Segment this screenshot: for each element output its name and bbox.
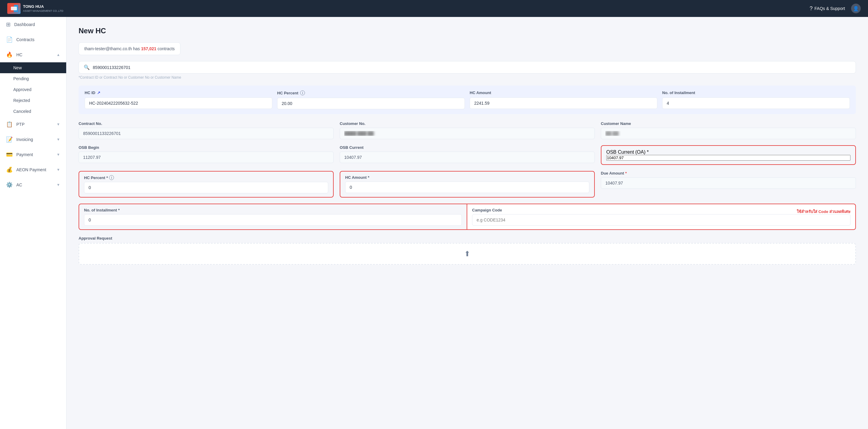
faq-button[interactable]: ? FAQs & Support	[810, 5, 845, 12]
customer-no-group: Customer No.	[340, 121, 595, 139]
chevron-down-icon-ac: ▼	[57, 183, 60, 187]
sidebar-label-invoicing: Invoicing	[16, 137, 53, 142]
campaign-code-input[interactable]	[472, 214, 850, 226]
upload-box[interactable]: ⬆	[79, 243, 856, 265]
hc-icon: 🔥	[6, 51, 13, 58]
sidebar: ⊞ Dashboard 📄 Contracts 🔥 HC ▲ New Pendi…	[0, 17, 66, 429]
osb-current-oa-input[interactable]	[606, 155, 850, 161]
navbar: TONG HUA ASSET MANAGEMENT CO.,LTD ? FAQs…	[0, 0, 868, 17]
sidebar-sub-item-canceled[interactable]: Canceled	[0, 106, 66, 117]
customer-no-label: Customer No.	[340, 121, 595, 126]
contract-no-label: Contract No.	[79, 121, 334, 126]
sidebar-item-ptp[interactable]: 📋 PTP ▼	[0, 117, 66, 132]
sidebar-sub-item-rejected[interactable]: Rejected	[0, 95, 66, 106]
no-installment-label: No. of Installment	[662, 90, 850, 95]
no-installment-col: No. of Installment 4	[662, 90, 850, 109]
campaign-code-label: Campaign Code	[472, 208, 850, 212]
svg-rect-2	[11, 7, 17, 10]
logo-icon	[7, 3, 21, 14]
form-row-1: Contract No. Customer No. Customer Name	[79, 121, 856, 139]
banner-email: tham-tester@thamc.co.th	[84, 46, 132, 51]
page-title: New HC	[79, 27, 856, 35]
sidebar-item-payment[interactable]: 💳 Payment ▼	[0, 147, 66, 162]
contract-no-input[interactable]	[79, 128, 334, 139]
chevron-down-icon-ptp: ▼	[57, 122, 60, 126]
sidebar-label-ac: AC	[16, 182, 53, 187]
main-content: New HC tham-tester@thamc.co.th has 157,0…	[66, 17, 868, 429]
ac-icon: ⚙️	[6, 181, 13, 188]
sidebar-sub-label-approved: Approved	[13, 87, 31, 92]
osb-begin-label: OSB Begin	[79, 145, 334, 150]
form-row-3: HC Percent * i HC Amount * Due Amount *	[79, 171, 856, 198]
campaign-tooltip: ใช้สำหรับใส่ Code ส่วนลดพิเศษ	[797, 208, 850, 215]
sidebar-sub-label-rejected: Rejected	[13, 98, 30, 103]
hc-id-label: HC ID ↗	[85, 90, 272, 95]
hc-table: HC ID ↗ HC-20240422205632-522 HC Percent…	[79, 86, 856, 114]
hc-percent-input[interactable]	[84, 182, 328, 193]
navbar-right: ? FAQs & Support 👤	[810, 4, 861, 13]
chevron-up-icon: ▲	[57, 53, 60, 57]
payment-icon: 💳	[6, 151, 13, 158]
sidebar-item-hc[interactable]: 🔥 HC ▲	[0, 47, 66, 62]
search-hint: *Contract ID or Contract No or Customer …	[79, 75, 856, 80]
approval-request-label: Approval Request	[79, 236, 856, 240]
hc-percent-field-label: HC Percent * i	[84, 175, 328, 180]
dashboard-icon: ⊞	[6, 21, 10, 28]
sidebar-sub-item-new[interactable]: New	[0, 62, 66, 73]
sidebar-sub-item-pending[interactable]: Pending	[0, 73, 66, 84]
sidebar-label-dashboard: Dashboard	[14, 22, 60, 27]
osb-current-oa-group: OSB Current (OA) *	[601, 145, 856, 165]
due-amount-group: Due Amount *	[601, 171, 856, 198]
ptp-icon: 📋	[6, 121, 13, 128]
info-banner: tham-tester@thamc.co.th has 157,021 cont…	[79, 42, 180, 55]
contract-no-group: Contract No.	[79, 121, 334, 139]
customer-name-input	[601, 128, 856, 139]
chevron-down-icon-invoicing: ▼	[57, 137, 60, 142]
avatar-icon: 👤	[853, 6, 859, 11]
sidebar-item-ac[interactable]: ⚙️ AC ▼	[0, 177, 66, 193]
user-avatar[interactable]: 👤	[851, 4, 861, 13]
osb-current-input	[340, 151, 595, 163]
aeon-payment-icon: 💰	[6, 166, 13, 173]
customer-name-label: Customer Name	[601, 121, 856, 126]
approval-section: Approval Request ⬆	[79, 236, 856, 265]
no-installment-input[interactable]	[84, 214, 462, 226]
banner-contracts-text: contracts	[157, 46, 175, 51]
sidebar-label-hc: HC	[16, 52, 53, 57]
sidebar-label-payment: Payment	[16, 152, 53, 157]
osb-begin-group: OSB Begin	[79, 145, 334, 165]
due-amount-input	[601, 177, 856, 189]
sidebar-item-aeon-payment[interactable]: 💰 AEON Payment ▼	[0, 162, 66, 177]
osb-current-label: OSB Current	[340, 145, 595, 150]
hc-amount-field-label: HC Amount *	[345, 175, 589, 180]
invoicing-icon: 📝	[6, 136, 13, 143]
chevron-down-icon-payment: ▼	[57, 152, 60, 157]
osb-begin-input	[79, 151, 334, 163]
search-input[interactable]	[93, 65, 851, 70]
hc-amount-value: 2241.59	[470, 97, 657, 109]
osb-oa-required: *	[647, 149, 649, 154]
sidebar-sub-item-approved[interactable]: Approved	[0, 84, 66, 95]
hc-percent-group: HC Percent * i	[79, 171, 334, 198]
hc-amount-label: HC Amount	[470, 90, 657, 95]
external-link-icon[interactable]: ↗	[97, 90, 100, 95]
sidebar-label-contracts: Contracts	[16, 37, 60, 42]
hc-percent-label: HC Percent i	[277, 90, 465, 95]
contracts-icon: 📄	[6, 36, 13, 43]
hc-id-col: HC ID ↗ HC-20240422205632-522	[85, 90, 272, 109]
form-row-4: No. of Installment * Campaign Code ใช้สำ…	[79, 204, 856, 230]
osb-current-group: OSB Current	[340, 145, 595, 165]
chevron-down-icon-aeon: ▼	[57, 168, 60, 172]
hc-amount-input[interactable]	[345, 181, 589, 193]
banner-count: 157,021	[141, 46, 157, 51]
no-installment-value: 4	[662, 97, 850, 109]
sidebar-sub-label-canceled: Canceled	[13, 109, 31, 114]
hc-percent-value: 20.00	[277, 98, 465, 109]
sidebar-item-dashboard[interactable]: ⊞ Dashboard	[0, 17, 66, 32]
campaign-code-group: Campaign Code ใช้สำหรับใส่ Code ส่วนลดพิ…	[467, 204, 856, 230]
customer-name-group: Customer Name	[601, 121, 856, 139]
sidebar-item-invoicing[interactable]: 📝 Invoicing ▼	[0, 132, 66, 147]
customer-no-input	[340, 128, 595, 139]
sidebar-item-contracts[interactable]: 📄 Contracts	[0, 32, 66, 47]
hc-amount-group: HC Amount *	[340, 171, 595, 198]
